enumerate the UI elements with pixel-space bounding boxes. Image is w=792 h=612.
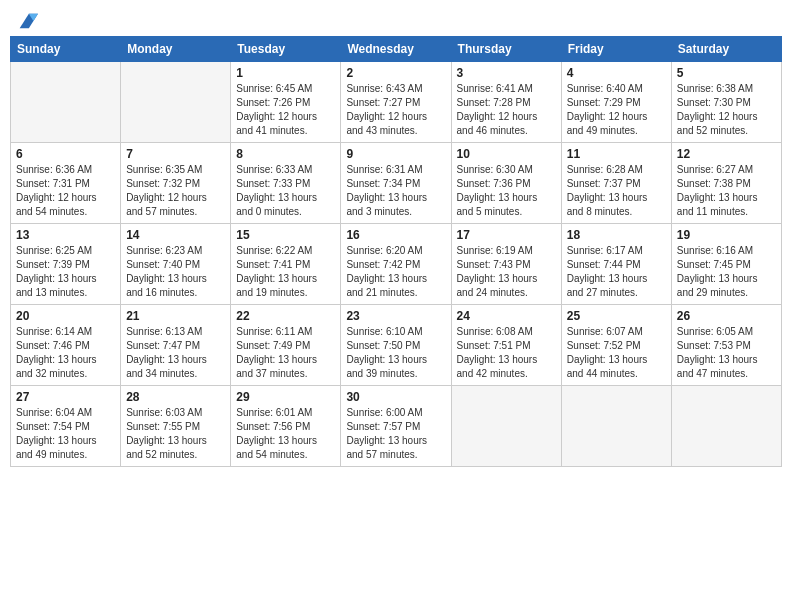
day-info: Sunrise: 6:10 AMSunset: 7:50 PMDaylight:… bbox=[346, 325, 445, 381]
calendar-day-header: Friday bbox=[561, 37, 671, 62]
calendar-cell bbox=[561, 386, 671, 467]
day-info: Sunrise: 6:40 AMSunset: 7:29 PMDaylight:… bbox=[567, 82, 666, 138]
day-number: 23 bbox=[346, 309, 445, 323]
day-info: Sunrise: 6:25 AMSunset: 7:39 PMDaylight:… bbox=[16, 244, 115, 300]
day-info: Sunrise: 6:05 AMSunset: 7:53 PMDaylight:… bbox=[677, 325, 776, 381]
day-number: 15 bbox=[236, 228, 335, 242]
calendar-cell: 12Sunrise: 6:27 AMSunset: 7:38 PMDayligh… bbox=[671, 143, 781, 224]
calendar-week-row: 27Sunrise: 6:04 AMSunset: 7:54 PMDayligh… bbox=[11, 386, 782, 467]
calendar-cell: 11Sunrise: 6:28 AMSunset: 7:37 PMDayligh… bbox=[561, 143, 671, 224]
day-info: Sunrise: 6:16 AMSunset: 7:45 PMDaylight:… bbox=[677, 244, 776, 300]
day-info: Sunrise: 6:30 AMSunset: 7:36 PMDaylight:… bbox=[457, 163, 556, 219]
day-number: 13 bbox=[16, 228, 115, 242]
calendar-cell: 10Sunrise: 6:30 AMSunset: 7:36 PMDayligh… bbox=[451, 143, 561, 224]
day-number: 24 bbox=[457, 309, 556, 323]
calendar-cell: 19Sunrise: 6:16 AMSunset: 7:45 PMDayligh… bbox=[671, 224, 781, 305]
calendar-day-header: Wednesday bbox=[341, 37, 451, 62]
calendar-week-row: 20Sunrise: 6:14 AMSunset: 7:46 PMDayligh… bbox=[11, 305, 782, 386]
calendar-day-header: Tuesday bbox=[231, 37, 341, 62]
calendar-cell: 23Sunrise: 6:10 AMSunset: 7:50 PMDayligh… bbox=[341, 305, 451, 386]
day-number: 10 bbox=[457, 147, 556, 161]
day-number: 12 bbox=[677, 147, 776, 161]
day-number: 17 bbox=[457, 228, 556, 242]
calendar-day-header: Saturday bbox=[671, 37, 781, 62]
day-info: Sunrise: 6:41 AMSunset: 7:28 PMDaylight:… bbox=[457, 82, 556, 138]
day-info: Sunrise: 6:17 AMSunset: 7:44 PMDaylight:… bbox=[567, 244, 666, 300]
day-info: Sunrise: 6:07 AMSunset: 7:52 PMDaylight:… bbox=[567, 325, 666, 381]
calendar-week-row: 1Sunrise: 6:45 AMSunset: 7:26 PMDaylight… bbox=[11, 62, 782, 143]
calendar-cell: 30Sunrise: 6:00 AMSunset: 7:57 PMDayligh… bbox=[341, 386, 451, 467]
day-info: Sunrise: 6:38 AMSunset: 7:30 PMDaylight:… bbox=[677, 82, 776, 138]
day-number: 7 bbox=[126, 147, 225, 161]
calendar-cell: 6Sunrise: 6:36 AMSunset: 7:31 PMDaylight… bbox=[11, 143, 121, 224]
calendar-cell: 9Sunrise: 6:31 AMSunset: 7:34 PMDaylight… bbox=[341, 143, 451, 224]
day-info: Sunrise: 6:20 AMSunset: 7:42 PMDaylight:… bbox=[346, 244, 445, 300]
day-number: 11 bbox=[567, 147, 666, 161]
logo bbox=[14, 10, 38, 28]
day-info: Sunrise: 6:00 AMSunset: 7:57 PMDaylight:… bbox=[346, 406, 445, 462]
logo-icon bbox=[16, 10, 38, 32]
day-number: 18 bbox=[567, 228, 666, 242]
calendar-cell: 16Sunrise: 6:20 AMSunset: 7:42 PMDayligh… bbox=[341, 224, 451, 305]
calendar-cell: 15Sunrise: 6:22 AMSunset: 7:41 PMDayligh… bbox=[231, 224, 341, 305]
calendar-cell: 24Sunrise: 6:08 AMSunset: 7:51 PMDayligh… bbox=[451, 305, 561, 386]
calendar-cell: 4Sunrise: 6:40 AMSunset: 7:29 PMDaylight… bbox=[561, 62, 671, 143]
day-info: Sunrise: 6:43 AMSunset: 7:27 PMDaylight:… bbox=[346, 82, 445, 138]
calendar-table: SundayMondayTuesdayWednesdayThursdayFrid… bbox=[10, 36, 782, 467]
calendar-cell: 1Sunrise: 6:45 AMSunset: 7:26 PMDaylight… bbox=[231, 62, 341, 143]
calendar-cell: 3Sunrise: 6:41 AMSunset: 7:28 PMDaylight… bbox=[451, 62, 561, 143]
day-number: 6 bbox=[16, 147, 115, 161]
day-number: 3 bbox=[457, 66, 556, 80]
day-info: Sunrise: 6:14 AMSunset: 7:46 PMDaylight:… bbox=[16, 325, 115, 381]
day-number: 27 bbox=[16, 390, 115, 404]
calendar-day-header: Thursday bbox=[451, 37, 561, 62]
calendar-cell: 8Sunrise: 6:33 AMSunset: 7:33 PMDaylight… bbox=[231, 143, 341, 224]
day-info: Sunrise: 6:13 AMSunset: 7:47 PMDaylight:… bbox=[126, 325, 225, 381]
day-info: Sunrise: 6:45 AMSunset: 7:26 PMDaylight:… bbox=[236, 82, 335, 138]
calendar-cell: 17Sunrise: 6:19 AMSunset: 7:43 PMDayligh… bbox=[451, 224, 561, 305]
day-info: Sunrise: 6:04 AMSunset: 7:54 PMDaylight:… bbox=[16, 406, 115, 462]
day-number: 9 bbox=[346, 147, 445, 161]
calendar-day-header: Monday bbox=[121, 37, 231, 62]
calendar-cell: 22Sunrise: 6:11 AMSunset: 7:49 PMDayligh… bbox=[231, 305, 341, 386]
calendar-cell: 18Sunrise: 6:17 AMSunset: 7:44 PMDayligh… bbox=[561, 224, 671, 305]
calendar-cell bbox=[11, 62, 121, 143]
day-info: Sunrise: 6:36 AMSunset: 7:31 PMDaylight:… bbox=[16, 163, 115, 219]
day-number: 16 bbox=[346, 228, 445, 242]
calendar-cell: 7Sunrise: 6:35 AMSunset: 7:32 PMDaylight… bbox=[121, 143, 231, 224]
calendar-cell: 13Sunrise: 6:25 AMSunset: 7:39 PMDayligh… bbox=[11, 224, 121, 305]
day-info: Sunrise: 6:28 AMSunset: 7:37 PMDaylight:… bbox=[567, 163, 666, 219]
calendar-cell: 21Sunrise: 6:13 AMSunset: 7:47 PMDayligh… bbox=[121, 305, 231, 386]
calendar-week-row: 6Sunrise: 6:36 AMSunset: 7:31 PMDaylight… bbox=[11, 143, 782, 224]
day-info: Sunrise: 6:08 AMSunset: 7:51 PMDaylight:… bbox=[457, 325, 556, 381]
calendar-cell bbox=[671, 386, 781, 467]
day-number: 30 bbox=[346, 390, 445, 404]
calendar-cell bbox=[121, 62, 231, 143]
calendar-cell bbox=[451, 386, 561, 467]
day-info: Sunrise: 6:31 AMSunset: 7:34 PMDaylight:… bbox=[346, 163, 445, 219]
day-info: Sunrise: 6:19 AMSunset: 7:43 PMDaylight:… bbox=[457, 244, 556, 300]
day-number: 22 bbox=[236, 309, 335, 323]
calendar-cell: 27Sunrise: 6:04 AMSunset: 7:54 PMDayligh… bbox=[11, 386, 121, 467]
day-number: 29 bbox=[236, 390, 335, 404]
calendar-cell: 5Sunrise: 6:38 AMSunset: 7:30 PMDaylight… bbox=[671, 62, 781, 143]
calendar-week-row: 13Sunrise: 6:25 AMSunset: 7:39 PMDayligh… bbox=[11, 224, 782, 305]
day-info: Sunrise: 6:27 AMSunset: 7:38 PMDaylight:… bbox=[677, 163, 776, 219]
day-info: Sunrise: 6:23 AMSunset: 7:40 PMDaylight:… bbox=[126, 244, 225, 300]
calendar-cell: 28Sunrise: 6:03 AMSunset: 7:55 PMDayligh… bbox=[121, 386, 231, 467]
day-number: 8 bbox=[236, 147, 335, 161]
day-number: 1 bbox=[236, 66, 335, 80]
day-number: 4 bbox=[567, 66, 666, 80]
calendar-cell: 25Sunrise: 6:07 AMSunset: 7:52 PMDayligh… bbox=[561, 305, 671, 386]
day-info: Sunrise: 6:11 AMSunset: 7:49 PMDaylight:… bbox=[236, 325, 335, 381]
calendar-cell: 29Sunrise: 6:01 AMSunset: 7:56 PMDayligh… bbox=[231, 386, 341, 467]
day-info: Sunrise: 6:35 AMSunset: 7:32 PMDaylight:… bbox=[126, 163, 225, 219]
calendar-cell: 14Sunrise: 6:23 AMSunset: 7:40 PMDayligh… bbox=[121, 224, 231, 305]
day-number: 19 bbox=[677, 228, 776, 242]
day-number: 25 bbox=[567, 309, 666, 323]
calendar-header-row: SundayMondayTuesdayWednesdayThursdayFrid… bbox=[11, 37, 782, 62]
day-number: 21 bbox=[126, 309, 225, 323]
day-number: 26 bbox=[677, 309, 776, 323]
calendar-cell: 26Sunrise: 6:05 AMSunset: 7:53 PMDayligh… bbox=[671, 305, 781, 386]
day-number: 2 bbox=[346, 66, 445, 80]
